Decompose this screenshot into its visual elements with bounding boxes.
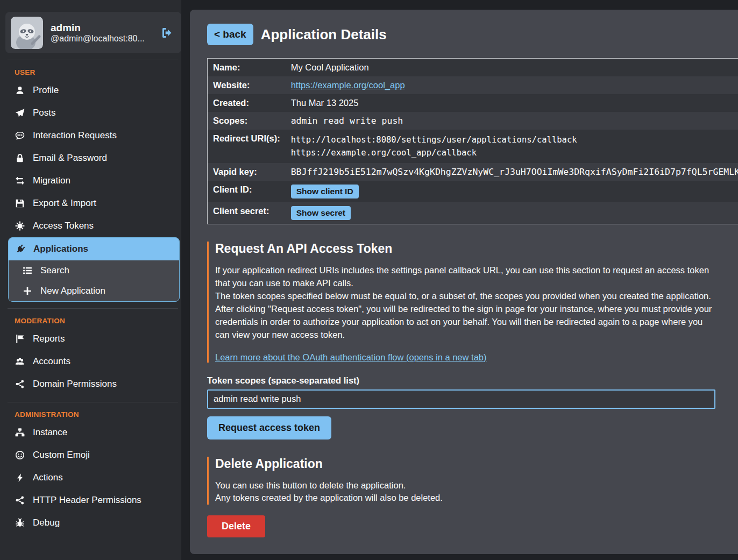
sidebar-item-accounts[interactable]: Accounts (5, 350, 181, 373)
row-label: Website: (208, 76, 286, 94)
request-access-token-button[interactable]: Request access token (207, 416, 331, 440)
comment-icon (15, 131, 25, 140)
paper-plane-icon (15, 108, 25, 118)
token-paragraph-1: If your application redirect URIs includ… (215, 264, 715, 290)
sidebar-item-label: Interaction Requests (33, 130, 117, 141)
row-label: Client secret: (208, 202, 286, 224)
row-label: Created: (208, 94, 286, 112)
sidebar-item-label: Domain Permissions (33, 379, 117, 389)
sidebar-subitem-label: Search (40, 265, 69, 276)
sidebar-item-export-import[interactable]: Export & Import (5, 192, 181, 215)
sidebar-item-label: Custom Emoji (33, 450, 90, 460)
row-value: BBJffJ219b5iE512m7wQSzv4KgKDhgZZVzNyWC_r… (286, 163, 738, 181)
token-section-title: Request An API Access Token (215, 242, 715, 256)
back-button[interactable]: < back (207, 24, 253, 45)
delete-line-2: Any tokens created by the application wi… (215, 492, 715, 505)
sidebar-item-debug[interactable]: Debug (5, 512, 181, 534)
sidebar-item-actions[interactable]: Actions (5, 466, 181, 489)
share-nodes-icon (15, 379, 25, 389)
token-scopes-label: Token scopes (space-separated list) (207, 375, 715, 386)
divider (8, 60, 178, 60)
transfer-arrows-icon (15, 176, 25, 186)
sidebar-subitem-label: New Application (40, 286, 105, 296)
sidebar-item-applications[interactable]: Applications (9, 238, 179, 260)
sidebar-item-domain-permissions[interactable]: Domain Permissions (5, 373, 181, 395)
website-link[interactable]: https://example.org/cool_app (291, 80, 405, 90)
sidebar-item-posts[interactable]: Posts (5, 102, 181, 124)
main-panel: < back Application Details Name: My Cool… (190, 10, 738, 554)
sidebar-subitem-search[interactable]: Search (9, 260, 179, 281)
row-label: Scopes: (208, 112, 286, 130)
table-row-client-secret: Client secret: Show secret (208, 202, 738, 224)
sidebar-item-label: Reports (33, 334, 65, 344)
sidebar-item-label: Debug (33, 518, 60, 528)
sidebar-item-interaction-requests[interactable]: Interaction Requests (5, 124, 181, 147)
user-card[interactable]: admin @admin@localhost:80... (5, 12, 181, 53)
row-label: Vapid key: (208, 163, 286, 181)
divider (8, 402, 178, 402)
table-row-website: Website: https://example.org/cool_app (208, 76, 738, 94)
sidebar-item-access-tokens[interactable]: Access Tokens (5, 215, 181, 237)
row-label: Name: (208, 59, 286, 77)
show-secret-button[interactable]: Show secret (291, 206, 351, 220)
token-form: Token scopes (space-separated list) Requ… (207, 375, 715, 440)
floppy-disk-icon (15, 199, 25, 208)
sign-out-icon[interactable] (161, 26, 174, 39)
table-row-redirect-uris: Redirect URI(s): http://localhost:8080/s… (208, 130, 738, 163)
token-section: Request An API Access Token If your appl… (207, 242, 715, 440)
delete-section-title: Delete Application (215, 457, 715, 471)
token-paragraph-2: The token scopes specified below must be… (215, 290, 715, 303)
sidebar-item-label: Access Tokens (33, 221, 94, 231)
section-label-user: USER (5, 61, 181, 79)
row-label: Redirect URI(s): (208, 130, 286, 163)
sidebar-item-email-password[interactable]: Email & Password (5, 147, 181, 169)
sidebar-item-http-header-permissions[interactable]: HTTP Header Permissions (5, 489, 181, 512)
section-label-moderation: MODERATION (5, 310, 181, 328)
sidebar-item-label: Accounts (33, 356, 70, 367)
bolt-icon (15, 473, 25, 483)
row-value: Thu Mar 13 2025 (286, 94, 738, 112)
show-client-id-button[interactable]: Show client ID (291, 185, 359, 199)
delete-line-1: You can use this button to delete the ap… (215, 479, 715, 492)
delete-button[interactable]: Delete (207, 515, 265, 537)
page-header: < back Application Details (207, 24, 715, 45)
delete-section-bordered: Delete Application You can use this butt… (207, 457, 715, 505)
sidebar-item-profile[interactable]: Profile (5, 79, 181, 102)
sidebar-item-label: Instance (33, 427, 67, 438)
application-details-table: Name: My Cool Application Website: https… (207, 58, 738, 224)
plus-icon (23, 286, 32, 296)
lock-icon (15, 153, 25, 163)
row-value: http://localhost:8080/settings/user/appl… (286, 130, 738, 163)
user-info: admin @admin@localhost:80... (51, 22, 153, 44)
row-value: My Cool Application (286, 59, 738, 77)
user-name: admin (51, 22, 153, 34)
sidebar-subitem-new-application[interactable]: New Application (9, 281, 179, 301)
bug-icon (15, 518, 25, 528)
delete-section: Delete Application You can use this butt… (207, 457, 715, 538)
token-scopes-input[interactable] (207, 389, 715, 409)
sidebar-item-custom-emoji[interactable]: Custom Emoji (5, 444, 181, 466)
smiley-icon (15, 450, 25, 460)
table-row-created: Created: Thu Mar 13 2025 (208, 94, 738, 112)
sidebar-item-label: Posts (33, 108, 56, 118)
redirect-uri-1: http://localhost:8080/settings/user/appl… (291, 133, 738, 146)
sitemap-icon (15, 428, 25, 437)
row-value: admin read write push (286, 112, 738, 130)
sidebar: admin @admin@localhost:80... USER Profil… (0, 0, 181, 560)
list-icon (23, 266, 32, 275)
applications-group: Applications Search New Application (8, 237, 180, 302)
sidebar-item-instance[interactable]: Instance (5, 421, 181, 444)
flag-icon (15, 334, 25, 344)
sidebar-item-label: Profile (33, 85, 59, 96)
sidebar-item-migration[interactable]: Migration (5, 169, 181, 192)
sidebar-item-reports[interactable]: Reports (5, 328, 181, 350)
users-icon (15, 357, 25, 366)
oauth-docs-link[interactable]: Learn more about the OAuth authenticatio… (215, 352, 486, 363)
table-row-vapid-key: Vapid key: BBJffJ219b5iE512m7wQSzv4KgKDh… (208, 163, 738, 181)
sidebar-item-label: Email & Password (33, 153, 107, 164)
sidebar-item-label: Applications (33, 244, 88, 254)
sidebar-item-label: Actions (33, 472, 63, 483)
page-title: Application Details (261, 26, 387, 43)
sloth-avatar-image (11, 17, 43, 49)
user-icon (15, 86, 25, 95)
